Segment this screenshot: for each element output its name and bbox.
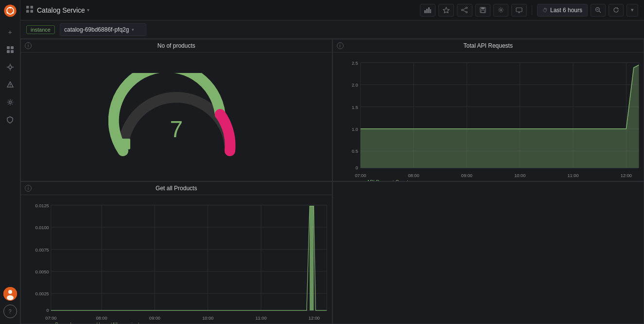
svg-point-29 <box>466 7 467 9</box>
shield-icon[interactable] <box>3 113 17 126</box>
svg-point-0 <box>4 4 16 17</box>
sidebar: + ? <box>0 0 20 324</box>
svg-rect-38 <box>516 8 522 12</box>
svg-rect-20 <box>26 6 29 9</box>
svg-text:10:00: 10:00 <box>202 316 213 321</box>
gauge-container: 7 <box>21 53 332 181</box>
svg-text:11:00: 11:00 <box>255 316 266 321</box>
svg-text:0.5: 0.5 <box>351 149 358 154</box>
svg-point-37 <box>500 9 502 11</box>
svg-point-31 <box>461 9 463 11</box>
svg-text:12:00: 12:00 <box>309 316 320 321</box>
dashboard-panels: i No of products 7 <box>20 39 644 324</box>
svg-line-32 <box>463 8 466 10</box>
get-products-header: i Get all Products <box>21 182 332 195</box>
svg-point-4 <box>6 12 8 14</box>
gauge-panel: i No of products 7 <box>20 39 332 181</box>
dropdown-value: catalog-69bd6886f-pfq2g <box>64 26 129 33</box>
svg-rect-22 <box>26 10 29 13</box>
page-title[interactable]: Catalog Service ▾ <box>37 6 89 14</box>
svg-text:12:00: 12:00 <box>620 173 631 178</box>
svg-point-30 <box>466 12 467 13</box>
empty-panel <box>332 181 644 324</box>
gauge-value: 7 <box>170 116 183 143</box>
gauge-info-icon[interactable]: i <box>25 42 32 49</box>
topbar: Catalog Service ▾ ⏱ <box>20 0 644 20</box>
gauge-panel-title: No of products <box>157 42 195 49</box>
svg-rect-44 <box>120 139 130 149</box>
gauge-panel-header: i No of products <box>21 39 332 53</box>
svg-text:1.5: 1.5 <box>351 105 358 110</box>
get-products-title: Get all Products <box>156 185 197 192</box>
svg-rect-6 <box>11 46 14 49</box>
svg-line-33 <box>463 10 466 12</box>
api-requests-title: Total API Requests <box>464 42 513 49</box>
svg-text:09:00: 09:00 <box>461 173 472 178</box>
svg-rect-24 <box>424 10 426 13</box>
more-button[interactable]: ▾ <box>627 4 638 17</box>
title-text: Catalog Service <box>37 6 85 14</box>
grafana-logo[interactable] <box>3 4 17 18</box>
svg-point-2 <box>9 7 11 9</box>
dashboard-icon[interactable] <box>3 43 17 56</box>
svg-rect-5 <box>7 46 10 49</box>
svg-rect-26 <box>428 7 430 13</box>
svg-point-3 <box>12 12 14 14</box>
api-requests-panel: i Total API Requests <box>332 39 644 181</box>
monitor-button[interactable] <box>511 4 527 17</box>
refresh-button[interactable] <box>609 4 624 17</box>
apps-grid-icon <box>26 6 33 14</box>
svg-text:10:00: 10:00 <box>514 173 525 178</box>
svg-marker-28 <box>443 7 449 13</box>
api-chart-svg: 2.5 2.0 1.5 1.0 0.5 0 07:00 08:00 09:00 … <box>333 53 644 181</box>
svg-text:08:00: 08:00 <box>408 173 419 178</box>
svg-text:0: 0 <box>47 308 49 313</box>
title-chevron: ▾ <box>87 7 89 13</box>
zoom-button[interactable] <box>591 4 606 17</box>
topbar-actions: ⏱ Last 6 hours ▾ <box>420 4 638 17</box>
time-range-button[interactable]: ⏱ Last 6 hours <box>537 4 588 17</box>
dropdown-chevron-icon: ▾ <box>132 27 134 32</box>
svg-rect-8 <box>11 50 14 53</box>
clock-icon: ⏱ <box>542 7 548 13</box>
get-products-info-icon[interactable]: i <box>25 185 32 192</box>
svg-line-42 <box>599 11 601 13</box>
gauge-panel-body: 7 <box>21 53 332 181</box>
svg-text:0.0075: 0.0075 <box>35 248 49 252</box>
add-panel-icon[interactable]: + <box>3 25 17 39</box>
get-products-chart-svg: 0.0125 0.0100 0.0075 0.0050 0.0025 0 07:… <box>21 195 332 324</box>
divider <box>532 5 532 15</box>
svg-rect-7 <box>7 50 10 53</box>
settings-button[interactable] <box>493 4 508 17</box>
settings-icon[interactable] <box>3 95 17 109</box>
svg-text:07:00: 07:00 <box>45 316 56 321</box>
svg-rect-27 <box>430 9 431 13</box>
time-range-label: Last 6 hours <box>550 7 582 14</box>
svg-text:0: 0 <box>355 165 358 170</box>
star-button[interactable] <box>438 4 454 17</box>
svg-text:0.0125: 0.0125 <box>35 203 49 208</box>
help-icon[interactable]: ? <box>3 305 17 318</box>
svg-text:0.0025: 0.0025 <box>35 291 49 296</box>
user-avatar[interactable] <box>3 287 17 301</box>
explore-icon[interactable] <box>3 60 17 74</box>
save-button[interactable] <box>475 4 490 17</box>
graph-view-button[interactable] <box>420 4 435 17</box>
api-info-icon[interactable]: i <box>337 42 344 49</box>
instance-dropdown[interactable]: catalog-69bd6886f-pfq2g ▾ <box>60 23 146 36</box>
share-button[interactable] <box>457 4 472 17</box>
svg-rect-36 <box>481 10 485 13</box>
svg-text:0.0050: 0.0050 <box>35 270 49 274</box>
alert-icon[interactable] <box>3 78 17 91</box>
svg-text:2.0: 2.0 <box>351 83 358 88</box>
svg-text:09:00: 09:00 <box>149 316 160 321</box>
svg-point-16 <box>9 101 11 104</box>
svg-point-18 <box>8 290 12 294</box>
get-products-panel: i Get all Products <box>20 181 332 324</box>
svg-rect-25 <box>426 9 428 13</box>
svg-marker-70 <box>360 65 638 168</box>
instance-filter-label: instance <box>26 25 55 34</box>
svg-text:07:00: 07:00 <box>355 173 366 178</box>
svg-rect-23 <box>31 10 34 13</box>
svg-point-15 <box>10 86 11 87</box>
